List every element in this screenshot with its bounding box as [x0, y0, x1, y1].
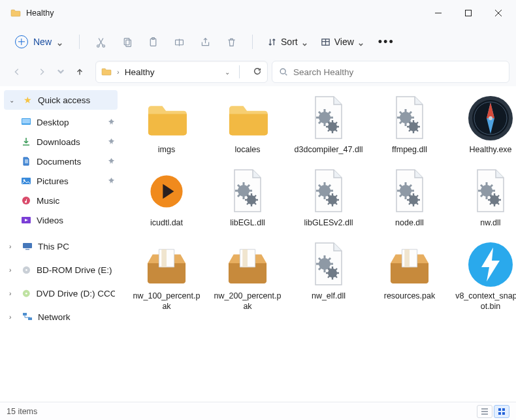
refresh-button[interactable]	[253, 67, 262, 78]
svg-rect-17	[25, 249, 29, 250]
file-item[interactable]: icudtl.dat	[131, 167, 202, 229]
sidebar-item-label: Network	[38, 312, 71, 322]
chevron-right-icon: ›	[9, 267, 16, 274]
desktop-icon	[21, 117, 31, 127]
sidebar-item-label: Documents	[37, 157, 81, 167]
folder-icon	[223, 94, 272, 142]
file-item[interactable]: ffmpeg.dll	[374, 94, 445, 155]
rename-button[interactable]	[167, 30, 191, 54]
file-item[interactable]: resources.pak	[374, 240, 445, 312]
dll-icon	[385, 167, 434, 216]
file-label: node.dll	[395, 218, 424, 229]
chevron-down-icon	[57, 39, 63, 45]
file-pane[interactable]: imgslocalesd3dcompiler_47.dllffmpeg.dllH…	[121, 86, 516, 402]
address-bar[interactable]: › Healthy ⌄	[95, 61, 268, 83]
compass-icon	[466, 94, 515, 142]
search-icon	[279, 67, 288, 76]
sidebar-item-dvd[interactable]: › DVD Drive (D:) CCCC	[0, 283, 121, 303]
file-item[interactable]: node.dll	[374, 167, 445, 229]
dll-icon	[385, 94, 434, 142]
file-item[interactable]: libEGL.dll	[212, 167, 283, 229]
paste-button[interactable]	[141, 30, 165, 54]
file-item[interactable]: nw.dll	[455, 167, 516, 229]
sidebar-item-desktop[interactable]: Desktop	[0, 112, 121, 132]
file-item[interactable]: nw_200_percent.pak	[212, 240, 283, 312]
dll-icon	[304, 167, 353, 216]
search-input[interactable]	[293, 67, 502, 77]
separator	[252, 35, 253, 49]
file-label: ffmpeg.dll	[392, 145, 427, 155]
copy-button[interactable]	[115, 30, 138, 54]
sort-label: Sort	[281, 37, 298, 47]
sort-button[interactable]: Sort	[262, 30, 313, 54]
file-item[interactable]: libGLESv2.dll	[293, 167, 364, 229]
large-icons-view-button[interactable]	[494, 405, 509, 418]
delete-button[interactable]	[219, 30, 243, 54]
svg-point-9	[280, 69, 285, 74]
sidebar-item-quick-access[interactable]: ⌄ ★ Quick access	[4, 90, 118, 110]
svg-rect-24	[498, 408, 501, 411]
dll-icon	[466, 167, 515, 216]
search-box[interactable]	[272, 61, 509, 83]
box-icon	[142, 240, 191, 289]
breadcrumb[interactable]: Healthy	[125, 67, 155, 77]
title-bar: Healthy	[0, 0, 516, 26]
file-item[interactable]: Healthy.exe	[455, 94, 516, 155]
close-button[interactable]	[483, 0, 513, 26]
recent-button[interactable]	[56, 61, 65, 82]
file-grid: imgslocalesd3dcompiler_47.dllffmpeg.dllH…	[131, 94, 511, 312]
details-view-button[interactable]	[477, 405, 492, 418]
sidebar-item-pictures[interactable]: Pictures	[0, 171, 121, 191]
file-item[interactable]: v8_context_snapshot.bin	[455, 240, 516, 312]
dll-icon	[304, 94, 353, 142]
svg-rect-25	[502, 408, 505, 411]
sidebar-item-music[interactable]: Music	[0, 191, 121, 210]
chevron-right-icon: ›	[9, 243, 17, 250]
cut-button[interactable]	[89, 30, 112, 54]
svg-point-2	[103, 44, 105, 46]
sidebar-item-downloads[interactable]: Downloads	[0, 132, 121, 152]
sidebar-item-this-pc[interactable]: › This PC	[0, 236, 121, 256]
main-area: ⌄ ★ Quick access Desktop Downloads Docum…	[0, 86, 516, 402]
sidebar-item-bdrom[interactable]: › BD-ROM Drive (E:) C	[0, 260, 121, 280]
sidebar-item-videos[interactable]: Videos	[0, 210, 121, 230]
up-button[interactable]	[69, 61, 90, 82]
sidebar-item-label: Videos	[37, 216, 63, 225]
chevron-down-icon[interactable]: ⌄	[225, 69, 230, 76]
share-button[interactable]	[193, 30, 217, 54]
svg-rect-26	[498, 412, 501, 415]
file-item[interactable]: nw_100_percent.pak	[131, 240, 202, 312]
svg-rect-22	[23, 313, 27, 315]
documents-icon	[21, 156, 31, 167]
sidebar-item-label: Desktop	[37, 118, 69, 127]
chevron-down-icon: ⌄	[9, 97, 17, 104]
forward-button[interactable]	[31, 61, 52, 82]
more-button[interactable]: •••	[372, 35, 401, 49]
svg-point-19	[25, 269, 27, 271]
sidebar-item-network[interactable]: › Network	[0, 307, 121, 327]
file-item[interactable]: d3dcompiler_47.dll	[293, 94, 364, 155]
back-button[interactable]	[7, 61, 27, 82]
separator	[79, 35, 80, 49]
file-item[interactable]: nw_elf.dll	[293, 240, 364, 312]
pc-icon	[22, 241, 33, 251]
sidebar-item-documents[interactable]: Documents	[0, 152, 121, 171]
separator	[239, 65, 240, 78]
maximize-button[interactable]	[453, 0, 483, 26]
disc-icon	[22, 288, 31, 299]
view-button[interactable]: View	[315, 30, 369, 54]
view-label: View	[334, 37, 354, 47]
svg-rect-16	[23, 243, 32, 248]
minimize-button[interactable]	[423, 0, 453, 26]
file-label: icudtl.dat	[150, 218, 183, 229]
pin-icon	[108, 176, 115, 186]
sidebar-item-label: DVD Drive (D:) CCCC	[36, 289, 115, 299]
file-item[interactable]: locales	[212, 94, 283, 155]
svg-rect-23	[28, 317, 32, 320]
file-item[interactable]: imgs	[131, 94, 202, 155]
sidebar-item-label: BD-ROM Drive (E:) C	[37, 265, 115, 275]
sidebar-item-label: Downloads	[37, 137, 80, 147]
pin-icon	[108, 118, 115, 127]
new-button[interactable]: New	[8, 32, 70, 52]
download-icon	[21, 137, 31, 147]
